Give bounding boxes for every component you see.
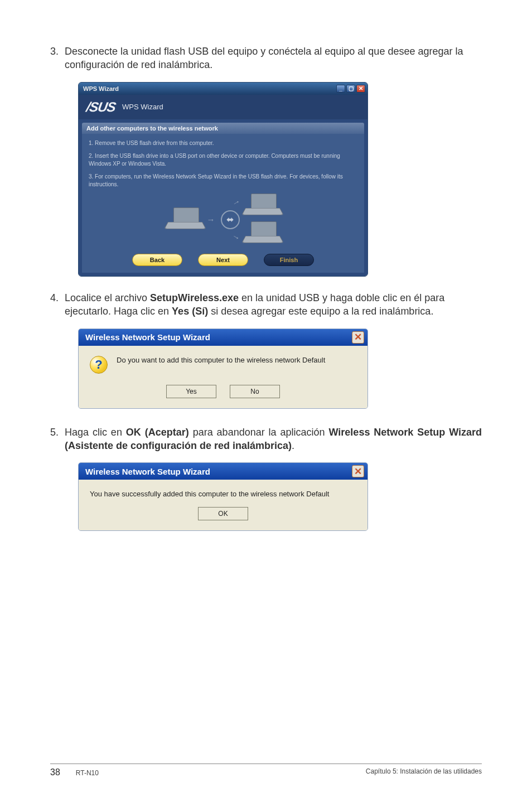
step-4-num: 4. [50,291,65,305]
wps-wizard-window: WPS Wizard _ ▢ ✕ /SUS WPS Wizard Add oth… [78,82,368,277]
dialog-title: Wireless Network Setup Wizard [85,467,210,476]
wps-line-3: 3. For computers, run the Wireless Netwo… [89,173,357,188]
question-icon: ? [90,356,108,374]
success-dialog: Wireless Network Setup Wizard ✕ You have… [78,462,368,531]
laptop-icon [245,221,279,246]
dialog-body: You have successfully added this compute… [79,480,367,530]
dialog-button-row: Yes No [90,385,356,398]
chapter-label: Capítulo 5: Instalación de las utilidade… [366,767,482,777]
step-4-text: Localice el archivo SetupWireless.exe en… [65,291,482,318]
close-button[interactable]: ✕ [356,85,365,93]
maximize-button[interactable]: ▢ [346,85,355,93]
wps-diagram: → ⬌ → → [89,194,357,246]
close-icon[interactable]: ✕ [352,331,364,344]
asus-brand-band: /SUS WPS Wizard [79,95,367,119]
finish-button[interactable]: Finish [264,254,314,266]
yes-button[interactable]: Yes [166,385,216,398]
dialog-titlebar: Wireless Network Setup Wizard ✕ [79,329,367,346]
wps-window-title: WPS Wizard [83,85,119,92]
usb-icon: ⬌ [221,210,240,229]
minimize-button[interactable]: _ [336,85,345,93]
step-5-num: 5. [50,426,65,439]
close-icon[interactable]: ✕ [352,465,364,477]
arrow-icon: → [207,214,215,225]
laptop-icon [168,207,201,232]
dialog-body: ? Do you want to add this computer to th… [79,346,367,408]
back-button[interactable]: Back [132,254,182,266]
laptop-pair: → → [245,194,279,246]
laptop-icon [245,194,279,218]
page-number: 38 [50,767,60,777]
ok-button[interactable]: OK [198,507,248,520]
wps-band-label: WPS Wizard [122,103,163,111]
wps-heading: Add other computers to the wireless netw… [82,123,364,134]
dialog-button-row: OK [90,507,356,520]
model-name: RT-N10 [76,769,99,777]
asus-logo: /SUS [85,99,117,115]
dialog-titlebar: Wireless Network Setup Wizard ✕ [79,463,367,480]
confirm-dialog: Wireless Network Setup Wizard ✕ ? Do you… [78,328,368,409]
footer-left: 38 RT-N10 [50,767,99,777]
dialog-message: Do you want to add this computer to the … [117,356,325,364]
wps-line-2: 2. Insert the USB flash drive into a USB… [89,152,357,167]
no-button[interactable]: No [230,385,280,398]
dialog-title: Wireless Network Setup Wizard [85,332,210,342]
step-5-text: Haga clic en OK (Aceptar) para abandonar… [65,426,482,453]
next-button[interactable]: Next [198,254,248,266]
wps-content: 1. Remove the USB flash drive from this … [82,134,364,273]
step-3: 3. Desconecte la unidad flash USB del eq… [50,45,482,72]
page-footer: 38 RT-N10 Capítulo 5: Instalación de las… [50,764,482,777]
step-5: 5. Haga clic en OK (Aceptar) para abando… [50,426,482,453]
step-3-text: Desconecte la unidad flash USB del equip… [65,45,482,72]
wps-line-1: 1. Remove the USB flash drive from this … [89,139,357,147]
window-button-group: _ ▢ ✕ [336,85,365,93]
dialog-message: You have successfully added this compute… [90,490,356,498]
arrow-icon: → [229,196,242,210]
wizard-button-row: Back Next Finish [89,254,357,266]
dialog-message-row: ? Do you want to add this computer to th… [90,356,356,374]
wps-body: Add other computers to the wireless netw… [79,119,367,277]
arrow-icon: → [229,230,242,244]
wps-titlebar: WPS Wizard _ ▢ ✕ [79,83,367,95]
step-4: 4. Localice el archivo SetupWireless.exe… [50,291,482,318]
step-3-num: 3. [50,45,65,58]
